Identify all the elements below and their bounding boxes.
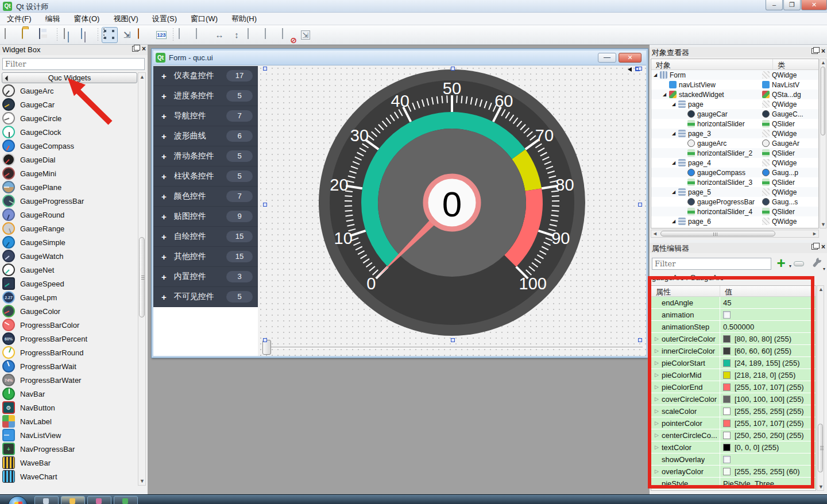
nav-item-进度条控件[interactable]: +进度条控件5 bbox=[153, 86, 258, 106]
float-panel-icon[interactable] bbox=[811, 48, 818, 54]
nav-item-滑动条控件[interactable]: +滑动条控件5 bbox=[153, 146, 258, 166]
layout-form-icon[interactable] bbox=[263, 27, 279, 43]
window-tile-icon[interactable] bbox=[78, 27, 94, 43]
widget-item-gaugedial[interactable]: GaugeDial bbox=[1, 153, 136, 166]
widget-item-gaugelpm[interactable]: 2.27GaugeLpm bbox=[1, 290, 136, 304]
nav-item-自绘控件[interactable]: +自绘控件15 bbox=[153, 227, 258, 247]
save-form-icon[interactable] bbox=[37, 27, 53, 43]
widget-item-gaugemini[interactable]: GaugeMini bbox=[1, 166, 136, 180]
configure-wrench-icon[interactable] bbox=[810, 257, 822, 270]
menu-item[interactable]: 视图(V) bbox=[106, 13, 145, 25]
widget-item-gaugecircle[interactable]: GaugeCircle bbox=[1, 111, 136, 125]
tree-row-gaugeCompass[interactable]: gaugeCompassGaug...p bbox=[651, 168, 818, 177]
selection-handle[interactable] bbox=[451, 338, 455, 342]
widget-item-progressbarwait[interactable]: ProgressBarWait bbox=[1, 359, 136, 373]
scroll-down-icon[interactable]: ▼ bbox=[818, 484, 824, 490]
remove-property-button[interactable] bbox=[794, 261, 804, 266]
widget-item-navlabel[interactable]: NavLabel bbox=[1, 414, 136, 428]
inspector-vscrollbar[interactable]: ▲ ▼ bbox=[820, 59, 826, 228]
close-panel-icon[interactable]: × bbox=[821, 48, 825, 54]
widget-item-wavechart[interactable]: WaveChart bbox=[1, 470, 136, 483]
taskbar-button[interactable] bbox=[87, 496, 111, 504]
inspector-hscrollbar[interactable]: ◄ ► bbox=[651, 230, 819, 238]
selection-handle[interactable] bbox=[638, 67, 642, 71]
break-layout-icon[interactable] bbox=[280, 27, 296, 43]
close-button[interactable]: ✕ bbox=[801, 0, 827, 10]
property-vscrollbar[interactable]: ▲ ▼ bbox=[817, 285, 824, 491]
layout-horizontal-icon[interactable] bbox=[194, 27, 210, 43]
edit-signals-slots-icon[interactable]: ⇲ bbox=[119, 27, 135, 43]
scroll-up-icon[interactable]: ▲ bbox=[140, 74, 145, 80]
edit-buddies-icon[interactable] bbox=[136, 27, 152, 43]
widget-item-navbutton[interactable]: ⚙NavButton bbox=[1, 401, 136, 414]
selection-handle[interactable] bbox=[638, 338, 642, 342]
taskbar-button[interactable] bbox=[114, 496, 138, 504]
nav-item-贴图控件[interactable]: +贴图控件9 bbox=[153, 207, 258, 227]
widget-filter-input[interactable] bbox=[2, 58, 145, 70]
edit-tab-order-icon[interactable]: 123 bbox=[153, 27, 169, 43]
selection-handle[interactable] bbox=[263, 338, 267, 342]
form-minimize-button[interactable]: — bbox=[598, 53, 616, 63]
adjust-size-icon[interactable]: ⇲ bbox=[297, 27, 314, 43]
minimize-button[interactable]: – bbox=[766, 0, 783, 10]
tree-row-stackedWidget[interactable]: ◢stackedWidgetQSta...dg bbox=[651, 90, 818, 99]
widget-item-gaugerange[interactable]: GaugeRange bbox=[1, 222, 136, 235]
menu-item[interactable]: 编辑 bbox=[38, 13, 67, 25]
scroll-left-icon[interactable]: ◄ bbox=[652, 231, 658, 237]
start-button[interactable] bbox=[8, 496, 28, 504]
gauge-arc-widget[interactable]: 01020304050607080901000 bbox=[258, 65, 646, 356]
widget-category-header[interactable]: Quc Widgets bbox=[2, 72, 137, 83]
taskbar-button[interactable] bbox=[34, 496, 59, 504]
tree-row-horizontalSlider_2[interactable]: horizontalSlider_2QSlider bbox=[651, 148, 818, 158]
expander-expanded-icon[interactable]: ◢ bbox=[672, 102, 677, 107]
widget-item-progressbarround[interactable]: ProgressBarRound bbox=[1, 346, 136, 359]
widget-item-gaugespeed[interactable]: GaugeSpeed bbox=[1, 277, 136, 290]
expander-expanded-icon[interactable]: ◢ bbox=[672, 189, 677, 195]
tree-row-page[interactable]: ◢pageQWidge bbox=[651, 99, 818, 109]
float-panel-icon[interactable] bbox=[132, 46, 138, 52]
tree-row-horizontalSlider_4[interactable]: horizontalSlider_4QSlider bbox=[651, 207, 818, 216]
window-cascade-icon[interactable] bbox=[61, 27, 77, 43]
widget-item-progressbarpercent[interactable]: 60%ProgressBarPercent bbox=[1, 332, 136, 346]
tree-row-horizontalSlider_3[interactable]: horizontalSlider_3QSlider bbox=[651, 177, 818, 187]
widget-item-navprogressbar[interactable]: +NavProgressBar bbox=[1, 442, 136, 456]
column-class[interactable]: 类 bbox=[773, 59, 785, 69]
tree-row-horizontalSlider[interactable]: horizontalSliderQSlider bbox=[651, 119, 818, 129]
widget-list-scrollbar[interactable]: ▲ ▼ bbox=[138, 72, 146, 486]
selection-handle[interactable] bbox=[263, 67, 267, 71]
nav-item-其他控件[interactable]: +其他控件15 bbox=[153, 247, 258, 267]
layout-split-horizontal-icon[interactable]: ↔ bbox=[211, 27, 227, 43]
widget-item-gaugeclock[interactable]: GaugeClock bbox=[1, 125, 136, 139]
widget-item-progressbarcolor[interactable]: ProgressBarColor bbox=[1, 318, 136, 332]
nav-item-不可见控件[interactable]: +不可见控件5 bbox=[153, 287, 258, 307]
tree-row-gaugeArc[interactable]: gaugeArcGaugeAr bbox=[651, 138, 818, 148]
nav-item-导航控件[interactable]: +导航控件7 bbox=[153, 106, 258, 126]
scroll-up-icon[interactable]: ▲ bbox=[821, 60, 826, 65]
widget-item-gaugecolor[interactable]: GaugeColor bbox=[1, 304, 136, 318]
scroll-right-icon[interactable]: ► bbox=[812, 231, 817, 237]
new-form-icon[interactable] bbox=[3, 27, 19, 43]
nav-item-柱状条控件[interactable]: +柱状条控件5 bbox=[153, 166, 258, 187]
scroll-up-icon[interactable]: ▲ bbox=[818, 286, 824, 292]
float-panel-icon[interactable] bbox=[811, 244, 818, 250]
widget-item-progressbarwater[interactable]: 74%ProgressBarWater bbox=[1, 373, 136, 387]
tree-row-page_3[interactable]: ◢page_3QWidge bbox=[651, 129, 818, 138]
widget-item-gaugesimple[interactable]: GaugeSimple bbox=[1, 235, 136, 249]
close-panel-icon[interactable]: × bbox=[821, 244, 825, 250]
tree-row-page_4[interactable]: ◢page_4QWidge bbox=[651, 158, 818, 168]
close-panel-icon[interactable]: × bbox=[142, 46, 146, 52]
menu-item[interactable]: 文件(F) bbox=[0, 13, 38, 25]
menu-item[interactable]: 设置(S) bbox=[145, 13, 184, 25]
widget-item-navbar[interactable]: NavBar bbox=[1, 387, 136, 401]
nav-item-内置控件[interactable]: +内置控件3 bbox=[153, 267, 258, 287]
widget-item-gaugearc[interactable]: GaugeArc bbox=[1, 84, 136, 98]
scrollbar-thumb[interactable] bbox=[660, 231, 775, 237]
menu-item[interactable]: 窗口(W) bbox=[184, 13, 225, 25]
property-filter-input[interactable] bbox=[652, 258, 771, 270]
add-property-button[interactable]: + bbox=[774, 257, 788, 270]
tree-row-Form[interactable]: ◢FormQWidge bbox=[651, 70, 818, 80]
column-object[interactable]: 对象 bbox=[651, 59, 773, 69]
nav-item-颜色控件[interactable]: +颜色控件7 bbox=[153, 187, 258, 207]
menu-item[interactable]: 窗体(O) bbox=[67, 13, 107, 25]
layout-vertical-icon[interactable] bbox=[177, 27, 193, 43]
